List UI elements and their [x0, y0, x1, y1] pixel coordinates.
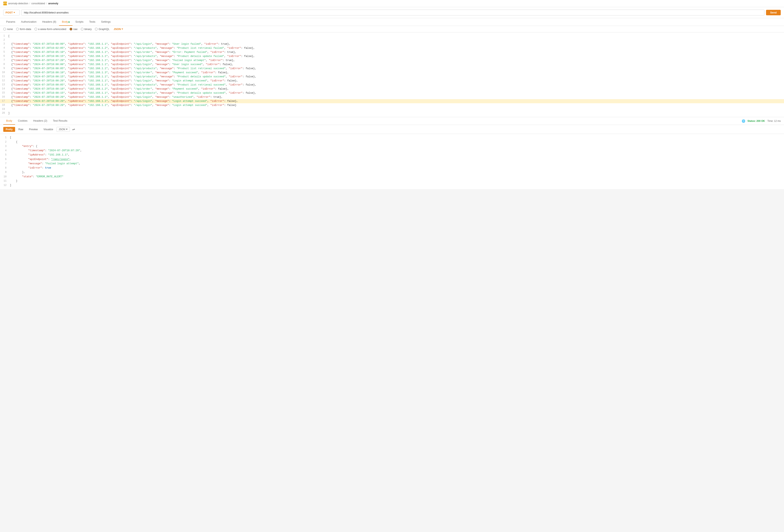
response-line-number: 8 — [2, 166, 10, 170]
url-input[interactable] — [21, 9, 764, 16]
code-line: 13 {"timestamp": "2024-07-20T10:00:05", … — [0, 83, 784, 87]
code-line: 8 {"timestamp": "2024-07-20T10:00:00", "… — [0, 62, 784, 66]
body-type-bar: none form-data x-www-form-urlencoded raw… — [0, 26, 784, 32]
response-line-content: "timestamp": "2024-07-20T10:07:20", — [10, 149, 782, 153]
method-dropdown[interactable]: POST — [3, 9, 20, 16]
method-label: POST — [5, 11, 13, 14]
response-json-chevron-icon — [66, 129, 67, 130]
response-line-content: ] — [10, 183, 782, 187]
line-number: 15 — [2, 91, 8, 95]
code-line: 3 {"timestamp": "2024-07-20T10:00:00", "… — [0, 42, 784, 46]
response-line: 12] — [0, 183, 784, 187]
response-tab-cookies[interactable]: Cookies — [15, 117, 30, 125]
response-line: 11 } — [0, 179, 784, 183]
line-content: {"timestamp": "2024-07-20T10:05:10", "ip… — [8, 50, 782, 54]
line-content: {"timestamp": "2024-07-20T10:00:05", "ip… — [8, 83, 782, 87]
radio-binary[interactable]: binary — [81, 28, 92, 31]
response-body: 1[2 {3 "entry": {4 "timestamp": "2024-07… — [0, 134, 784, 189]
line-content: {"timestamp": "2024-07-20T10:00:20", "ip… — [8, 103, 782, 107]
format-preview[interactable]: Preview — [27, 127, 40, 132]
line-content — [8, 38, 782, 42]
radio-graphql[interactable]: GraphQL — [95, 28, 109, 31]
line-content: {"timestamp": "2024-07-20T10:00:10", "ip… — [8, 70, 782, 75]
response-line: 5 "ipAddress": "192.168.1.1", — [0, 153, 784, 157]
response-line-number: 6 — [2, 157, 10, 161]
tab-params[interactable]: Params — [3, 18, 18, 26]
format-pretty[interactable]: Pretty — [3, 127, 15, 132]
code-line: 16 {"timestamp": "2024-07-20T10:00:20", … — [0, 95, 784, 99]
line-number: 1 — [2, 34, 8, 38]
code-line: 18 {"timestamp": "2024-07-20T10:00:20", … — [0, 103, 784, 107]
response-line-number: 1 — [2, 136, 10, 140]
request-tabs: Params Authorization Headers (8) Body Sc… — [0, 18, 784, 26]
response-line: 10 "state": "ERROR_RATE_ALERT" — [0, 175, 784, 179]
tab-authorization[interactable]: Authorization — [18, 18, 39, 26]
line-number: 13 — [2, 83, 8, 87]
line-number: 11 — [2, 75, 8, 79]
json-format-dropdown[interactable]: JSON — [113, 28, 123, 31]
response-line-number: 12 — [2, 183, 10, 187]
globe-icon: 🌐 — [742, 119, 745, 123]
response-line-number: 3 — [2, 144, 10, 149]
tab-body[interactable]: Body — [59, 18, 73, 26]
wrap-button[interactable]: ⇌ — [71, 126, 77, 132]
response-time: Time: 12 ms — [767, 120, 781, 122]
line-content: {"timestamp": "2024-07-20T10:00:15", "ip… — [8, 91, 782, 95]
breadcrumb-part1[interactable]: anomaly-detection — [8, 2, 28, 5]
code-line: 15 {"timestamp": "2024-07-20T10:00:15", … — [0, 91, 784, 95]
code-line: 12 {"timestamp": "2024-07-20T10:00:20", … — [0, 79, 784, 83]
status-info: 🌐 Status: 200 OK Time: 12 ms — [742, 119, 781, 123]
response-line: 4 "timestamp": "2024-07-20T10:07:20", — [0, 149, 784, 153]
request-body-editor[interactable]: 1[23 {"timestamp": "2024-07-20T10:00:00"… — [0, 32, 784, 117]
response-line: 2 { — [0, 140, 784, 144]
response-line-content: "entry": { — [10, 144, 782, 149]
format-raw[interactable]: Raw — [16, 127, 26, 132]
format-bar: Pretty Raw Preview Visualize JSON ⇌ — [0, 125, 784, 134]
code-line: 20] — [0, 111, 784, 115]
response-tab-headers[interactable]: Headers (2) — [30, 117, 50, 125]
line-content: {"timestamp": "2024-07-20T10:07:20", "ip… — [8, 58, 782, 62]
response-line-number: 2 — [2, 140, 10, 144]
code-line: 4 {"timestamp": "2024-07-20T10:02:05", "… — [0, 46, 784, 50]
code-line: 11 {"timestamp": "2024-07-20T10:00:15", … — [0, 75, 784, 79]
breadcrumb: HTTP anomaly-detection / consolidated / … — [0, 0, 784, 7]
json-chevron-icon — [121, 29, 123, 30]
response-format-dropdown[interactable]: JSON — [57, 127, 70, 132]
send-button[interactable]: Send — [766, 10, 781, 15]
tab-tests[interactable]: Tests — [86, 18, 98, 26]
url-bar: POST Send — [0, 7, 784, 18]
response-line-number: 7 — [2, 161, 10, 166]
line-content: {"timestamp": "2024-07-20T10:00:00", "ip… — [8, 42, 782, 46]
http-icon: HTTP — [3, 2, 7, 5]
code-line: 6 {"timestamp": "2024-07-20T10:06:15", "… — [0, 54, 784, 58]
response-tab-body[interactable]: Body — [3, 117, 15, 125]
line-number: 9 — [2, 66, 8, 70]
tab-settings[interactable]: Settings — [98, 18, 113, 26]
line-content: {"timestamp": "2024-07-20T10:06:15", "ip… — [8, 54, 782, 58]
line-number: 14 — [2, 87, 8, 91]
body-dot — [68, 22, 69, 23]
response-line-content: [ — [10, 136, 782, 140]
code-line: 10 {"timestamp": "2024-07-20T10:00:10", … — [0, 70, 784, 75]
status-ok: Status: 200 OK — [748, 120, 765, 122]
line-number: 19 — [2, 107, 8, 111]
radio-form-data[interactable]: form-data — [16, 28, 31, 31]
format-visualize[interactable]: Visualize — [41, 127, 56, 132]
response-line-content: "ipAddress": "192.168.1.1", — [10, 153, 782, 157]
line-content: {"timestamp": "2024-07-20T10:00:20", "ip… — [8, 95, 782, 99]
response-line-number: 10 — [2, 175, 10, 179]
tab-headers[interactable]: Headers (8) — [39, 18, 59, 26]
response-line-content: "message": "Failed login attempt", — [10, 161, 782, 166]
breadcrumb-current: anomoly — [48, 2, 58, 5]
code-line: 5 {"timestamp": "2024-07-20T10:05:10", "… — [0, 50, 784, 54]
radio-raw[interactable]: raw — [69, 28, 78, 31]
response-line-content: } — [10, 179, 782, 183]
response-tab-test-results[interactable]: Test Results — [50, 117, 70, 125]
radio-urlencoded[interactable]: x-www-form-urlencoded — [34, 28, 66, 31]
breadcrumb-part2[interactable]: consolidated — [31, 2, 45, 5]
tab-scripts[interactable]: Scripts — [73, 18, 86, 26]
radio-none[interactable]: none — [3, 28, 13, 31]
response-line-content: "state": "ERROR_RATE_ALERT" — [10, 175, 782, 179]
line-content: ] — [8, 111, 782, 115]
response-line: 3 "entry": { — [0, 144, 784, 149]
